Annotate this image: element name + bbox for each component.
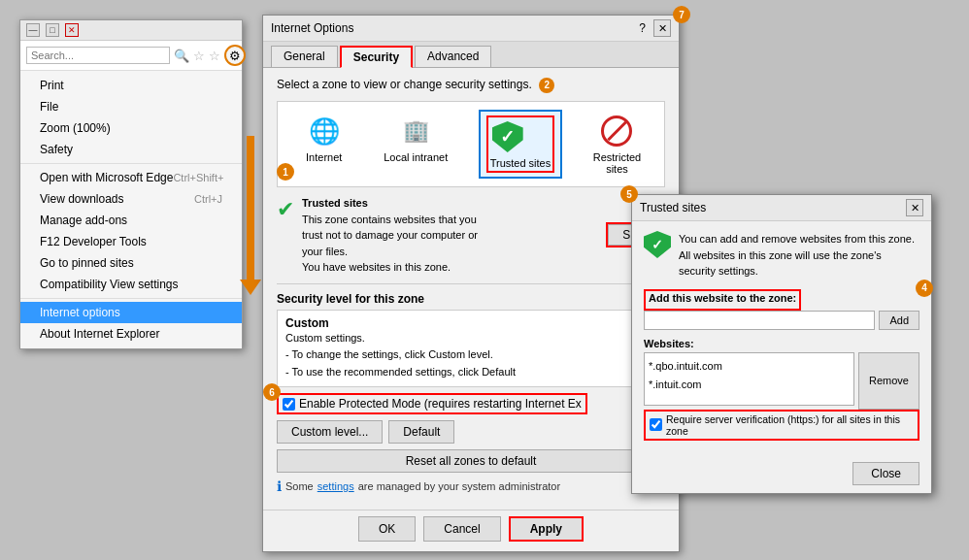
- step4-badge: 4: [916, 280, 933, 297]
- trusted-close-btn[interactable]: ✕: [906, 199, 923, 216]
- zone-internet[interactable]: 🌐 Internet: [295, 110, 353, 167]
- reset-all-button[interactable]: Reset all zones to default: [277, 449, 665, 473]
- custom-box: Custom Custom settings. - To change the …: [277, 310, 665, 388]
- intranet-icon: 🏢: [398, 114, 433, 148]
- sites-section: ✔ Trusted sites This zone contains websi…: [277, 195, 665, 276]
- protected-mode-row: Enable Protected Mode (requires restarti…: [277, 393, 665, 414]
- trusted-footer: Close: [632, 458, 931, 493]
- green-check-icon: ✔: [277, 197, 294, 222]
- search-input[interactable]: [26, 47, 170, 64]
- sites-info: ✔ Trusted sites This zone contains websi…: [277, 195, 606, 276]
- apply-button[interactable]: Apply: [509, 516, 584, 542]
- protected-mode-checkbox[interactable]: [283, 398, 295, 411]
- add-label-wrap: Add this website to the zone: 4: [644, 289, 919, 311]
- dialog-body: Select a zone to view or change security…: [263, 68, 679, 510]
- cancel-button[interactable]: Cancel: [423, 516, 500, 542]
- menu-internet-options[interactable]: Internet options: [20, 302, 242, 323]
- menu-items: Print File Zoom (100%) Safety Open with …: [20, 71, 242, 348]
- arrow-head: [240, 280, 261, 295]
- dialog-tabs: General Security Advanced: [263, 42, 679, 68]
- protected-mode-label: Enable Protected Mode (requires restarti…: [299, 397, 582, 411]
- security-level-section: Security level for this zone Custom Cust…: [277, 283, 665, 388]
- menu-compat[interactable]: Compatibility View settings: [20, 274, 242, 295]
- maximize-btn[interactable]: □: [46, 23, 59, 37]
- info-bar: ℹ Some settings are managed by your syst…: [277, 478, 665, 494]
- dialog-titlebar: Internet Options ? ✕: [263, 16, 679, 42]
- ie-titlebar: — □ ✕: [20, 20, 242, 41]
- ie-menu-panel: — □ ✕ 🔍 ☆ ☆ ⚙ Print File Zoom (100%) Saf…: [19, 19, 243, 349]
- zone-trusted[interactable]: ✓ Trusted sites: [479, 110, 563, 179]
- search-button[interactable]: 🔍: [174, 49, 189, 63]
- trusted-info-text: You can add and remove websites from thi…: [679, 231, 919, 280]
- star-icon: ☆: [193, 49, 205, 63]
- menu-about[interactable]: About Internet Explorer: [20, 323, 242, 345]
- dialog-footer: OK Cancel Apply 7: [263, 510, 679, 551]
- step1-badge: 1: [277, 163, 294, 181]
- trusted-info-row: ✓ You can add and remove websites from t…: [644, 231, 919, 280]
- custom-desc: Custom settings. - To change the setting…: [285, 330, 656, 381]
- info-text-prefix: Some: [285, 480, 314, 492]
- help-icon[interactable]: ?: [639, 21, 646, 35]
- trusted-border: ✓ Trusted sites: [486, 115, 555, 173]
- trusted-sites-panel: Trusted sites ✕ ✓ You can add and remove…: [631, 194, 932, 494]
- custom-level-button[interactable]: Custom level...: [277, 420, 383, 444]
- custom-title: Custom: [285, 316, 656, 330]
- separator: [20, 163, 242, 164]
- trusted-close-footer-btn[interactable]: Close: [852, 462, 919, 485]
- zone-internet-label: Internet: [306, 151, 342, 163]
- add-website-input[interactable]: [644, 311, 875, 330]
- menu-f12[interactable]: F12 Developer Tools: [20, 231, 242, 252]
- step2-badge: 2: [539, 78, 554, 93]
- zone-select-label: Select a zone to view or change security…: [277, 78, 665, 93]
- window-controls: — □ ✕: [26, 23, 79, 37]
- trusted-info-shield: ✓: [644, 231, 671, 258]
- internet-icon: 🌐: [307, 114, 342, 148]
- minimize-btn[interactable]: —: [26, 23, 40, 37]
- menu-pinned[interactable]: Go to pinned sites: [20, 252, 242, 274]
- tab-advanced[interactable]: Advanced: [415, 46, 491, 67]
- zone-restricted[interactable]: Restricted sites: [587, 110, 648, 179]
- protected-mode-border: Enable Protected Mode (requires restarti…: [277, 393, 587, 414]
- menu-safety[interactable]: Safety: [20, 139, 242, 160]
- step5-badge: 5: [620, 185, 638, 203]
- zone-trusted-label: Trusted sites: [490, 157, 551, 169]
- trusted-add-row: Add: [644, 311, 919, 330]
- info-settings-link[interactable]: settings: [317, 480, 354, 492]
- step7-badge-apply: 7: [673, 6, 690, 23]
- trusted-panel-body: ✓ You can add and remove websites from t…: [632, 221, 931, 458]
- menu-addons[interactable]: Manage add-ons: [20, 210, 242, 231]
- zones-row: 🌐 Internet 🏢 Local intranet ✓ Trusted si…: [277, 101, 665, 187]
- require-border: Require server verification (https:) for…: [644, 410, 919, 441]
- require-https-checkbox[interactable]: [650, 418, 662, 431]
- menu-print[interactable]: Print: [20, 75, 242, 96]
- website-item-2: *.intuit.com: [649, 376, 850, 395]
- gear-icon[interactable]: ⚙: [224, 45, 246, 66]
- websites-label: Websites:: [644, 338, 919, 349]
- tab-general[interactable]: General: [271, 46, 338, 67]
- separator2: [20, 298, 242, 299]
- dialog-title: Internet Options: [271, 21, 353, 35]
- dialog-close-btn[interactable]: ✕: [653, 19, 671, 37]
- require-row: Require server verification (https:) for…: [644, 410, 919, 441]
- remove-button[interactable]: Remove: [858, 352, 919, 410]
- search-bar: 🔍 ☆ ☆ ⚙: [20, 41, 242, 71]
- zone-intranet[interactable]: 🏢 Local intranet: [378, 110, 453, 167]
- trusted-titlebar: Trusted sites ✕: [632, 195, 931, 221]
- ok-button[interactable]: OK: [358, 516, 416, 542]
- close-btn[interactable]: ✕: [65, 23, 79, 37]
- menu-downloads[interactable]: View downloads Ctrl+J: [20, 188, 242, 210]
- trusted-shield-icon: ✓: [492, 121, 523, 152]
- tab-security[interactable]: Security: [340, 46, 413, 68]
- no-icon: [601, 115, 632, 147]
- zone-restricted-label: Restricted sites: [593, 151, 642, 175]
- menu-file[interactable]: File: [20, 96, 242, 117]
- step-arrow: [247, 136, 254, 286]
- info-text-suffix: are managed by your system administrator: [358, 480, 560, 492]
- menu-open-edge[interactable]: Open with Microsoft Edge Ctrl+Shift+: [20, 167, 242, 188]
- websites-row: *.qbo.intuit.com *.intuit.com Remove: [644, 352, 919, 410]
- default-button[interactable]: Default: [388, 420, 454, 444]
- menu-zoom[interactable]: Zoom (100%): [20, 117, 242, 139]
- star2-icon: ☆: [209, 49, 220, 63]
- require-label: Require server verification (https:) for…: [666, 413, 914, 437]
- add-button[interactable]: Add: [879, 311, 919, 330]
